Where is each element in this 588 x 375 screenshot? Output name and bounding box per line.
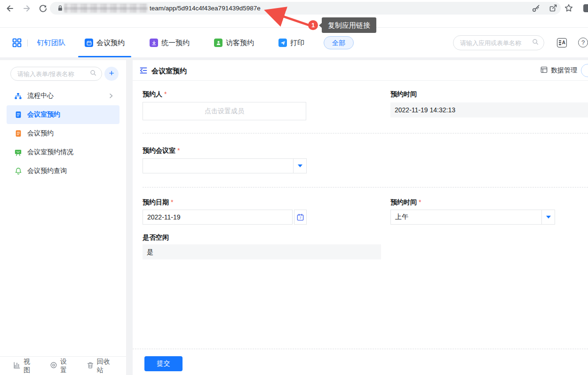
recycle-bin-button[interactable]: 回收站	[87, 358, 113, 375]
sidebar-item-label: 会议预约	[27, 129, 54, 138]
form-doc-icon	[14, 130, 22, 138]
lock-icon	[56, 4, 64, 14]
dropdown-button[interactable]	[293, 159, 306, 173]
clipped-action-pill[interactable]	[581, 64, 588, 77]
field-label-booking-period: 预约时间*	[390, 198, 421, 207]
url-text: team/app/5d914c4f43ea791439d5987e	[150, 5, 261, 12]
settings-label: 设置	[60, 358, 71, 375]
bookmark-star-icon[interactable]	[564, 3, 573, 15]
form-header: 会议室预约 数据管理	[133, 60, 588, 81]
meeting-room-select[interactable]	[143, 158, 307, 173]
settings-icon	[50, 361, 57, 370]
workflow-icon	[14, 92, 22, 100]
calendar-app-icon	[85, 39, 93, 47]
tab-unified-booking[interactable]: 统一预约	[143, 28, 196, 57]
screen: team/app/5d914c4f43ea791439d5987e 1 复制应用…	[0, 0, 588, 375]
dropdown-button[interactable]	[541, 210, 555, 224]
data-manage-button[interactable]: 数据管理	[540, 66, 577, 75]
field-label-meeting-room: 预约会议室*	[143, 147, 180, 155]
trash-icon	[87, 361, 94, 370]
chart-view-icon	[13, 361, 21, 370]
tab-print[interactable]: 打印	[272, 28, 311, 57]
dashed-divider	[133, 349, 588, 349]
chevron-right-icon	[108, 93, 114, 99]
back-icon[interactable]	[5, 3, 15, 14]
booking-time-readonly: 2022-11-19 14:32:13	[390, 102, 588, 117]
svg-text:7: 7	[299, 216, 301, 220]
views-button[interactable]: 视图	[13, 358, 34, 375]
forward-icon[interactable]	[22, 3, 32, 14]
booklet-lines	[559, 40, 561, 41]
form-doc-icon	[14, 111, 22, 119]
add-form-button[interactable]: +	[104, 67, 119, 81]
dashed-divider	[143, 133, 588, 133]
booking-period-select[interactable]: 上午	[390, 210, 555, 225]
collapse-panel-icon[interactable]	[139, 66, 148, 77]
refresh-icon[interactable]	[38, 3, 48, 14]
password-key-icon[interactable]	[532, 4, 540, 15]
caret-down-icon	[298, 164, 302, 167]
visitor-app-icon	[214, 39, 222, 47]
booking-date-input[interactable]: 2022-11-19	[143, 210, 293, 225]
team-name-link[interactable]: 钉钉团队	[37, 39, 65, 47]
tab-label: 打印	[290, 39, 304, 47]
form-main-panel: 会议室预约 数据管理 预约人* 点击设置成员 预约时间 2022-11-19 1…	[133, 60, 588, 375]
sidebar-item-booking-query[interactable]: 会议预约查询	[7, 162, 119, 180]
sidebar-item-label: 会议室预约	[27, 110, 60, 119]
filter-all-pill[interactable]: 全部	[324, 36, 354, 49]
tab-meeting-booking[interactable]: 会议预约	[78, 28, 131, 57]
sidebar-item-room-status[interactable]: 会议室预约情况	[7, 143, 119, 162]
paper-plane-app-icon	[278, 39, 287, 47]
sidebar-menu: 流程中心 会议室预约 会议预约 会议	[7, 86, 119, 180]
calendar-picker-button[interactable]: 7	[294, 210, 307, 225]
field-label-booking-date: 预约日期*	[143, 198, 173, 207]
tab-label: 访客预约	[226, 39, 254, 47]
caret-down-icon	[546, 216, 551, 219]
required-asterisk: *	[164, 90, 167, 98]
booklet-a-icon[interactable]: A	[557, 38, 567, 47]
required-asterisk: *	[171, 198, 173, 206]
copy-app-link-tooltip: 复制应用链接	[322, 17, 376, 33]
booking-period-value: 上午	[391, 213, 541, 221]
field-label-booker: 预约人*	[143, 90, 167, 99]
submit-button[interactable]: 提交	[144, 356, 183, 371]
download-app-icon	[150, 39, 158, 47]
views-label: 视图	[24, 358, 34, 375]
help-icon[interactable]: ?	[578, 38, 588, 47]
booker-member-picker[interactable]: 点击设置成员	[143, 102, 306, 120]
tab-visitor-booking[interactable]: 访客预约	[207, 28, 261, 57]
sidebar-item-meeting-booking[interactable]: 会议预约	[7, 124, 119, 143]
sidebar-item-label: 会议预约查询	[27, 167, 67, 175]
bell-icon	[14, 167, 22, 175]
app-nav-bar: 钉钉团队 会议预约 统一预约 访客预约 打印 全部	[0, 28, 588, 57]
nav-divider	[27, 39, 28, 47]
tab-label: 统一预约	[161, 39, 190, 47]
recycle-bin-label: 回收站	[97, 358, 113, 375]
calendar-icon: 7	[296, 213, 304, 221]
field-label-booking-time: 预约时间	[390, 90, 417, 99]
sidebar-item-meeting-room-booking[interactable]: 会议室预约	[7, 105, 119, 124]
sidebar-item-process-center[interactable]: 流程中心	[7, 86, 119, 105]
apps-grid-icon[interactable]	[12, 38, 22, 50]
is-free-readonly: 是	[143, 244, 381, 259]
sidebar-item-label: 流程中心	[27, 92, 54, 100]
search-icon	[532, 38, 539, 47]
form-search-input[interactable]	[17, 70, 89, 78]
profile-partial-icon[interactable]	[583, 4, 588, 12]
redacted-url-segment	[64, 4, 148, 13]
settings-button[interactable]: 设置	[50, 358, 71, 375]
required-asterisk: *	[177, 147, 180, 154]
field-label-is-free: 是否空闲	[143, 234, 169, 242]
app-search-box[interactable]	[453, 35, 544, 50]
app-search-input[interactable]	[460, 39, 532, 47]
panel-gap	[126, 60, 133, 375]
form-search-box[interactable]	[10, 67, 102, 81]
form-sidebar: + 流程中心 会议室预约 会议预约	[0, 60, 126, 375]
board-icon	[14, 148, 22, 156]
sidebar-footer: 视图 设置 回收站	[0, 356, 126, 375]
share-icon[interactable]	[548, 3, 558, 15]
search-icon	[89, 69, 97, 78]
sidebar-item-label: 会议室预约情况	[27, 148, 73, 156]
required-asterisk: *	[419, 198, 421, 206]
booklet-letter: A	[562, 40, 565, 45]
